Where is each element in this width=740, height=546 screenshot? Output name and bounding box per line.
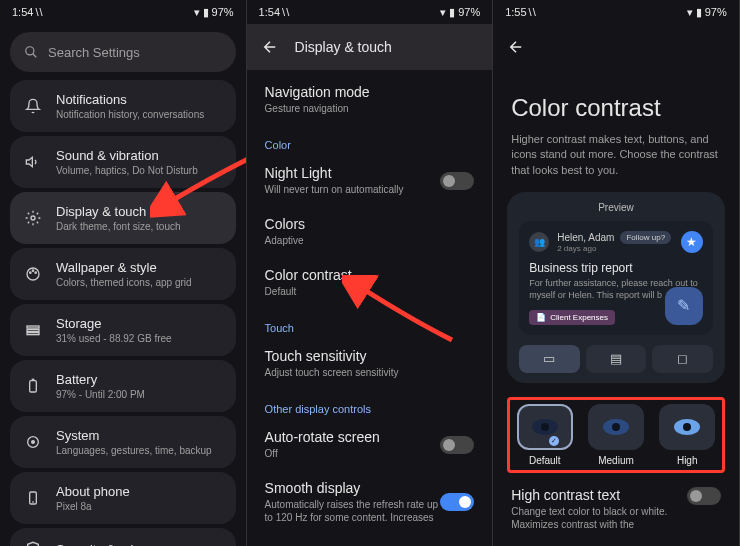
settings-item-notifications[interactable]: NotificationsNotification history, conve… [10,80,236,132]
wifi-icon: ▾ [440,6,446,19]
settings-root-panel: 1:54 \ \ ▾▮97% Search Settings Notificat… [0,0,247,546]
item-subtitle: 97% - Until 2:00 PM [56,389,222,400]
toggle[interactable] [440,436,474,454]
settings-item-security-privacy[interactable]: Security & privacy [10,528,236,546]
status-bar: 1:55 \ \ ▾▮97% [493,0,739,24]
setting-title: Auto-rotate screen [265,429,380,445]
battery-percent: 97% [458,6,480,18]
display-settings-list: Navigation modeGesture navigationColorNi… [247,70,493,538]
preview-content: 👥 Helen, Adam Follow up? 2 days ago ★ Bu… [519,221,713,334]
speaker-icon [24,153,42,171]
color-contrast-panel: 1:55 \ \ ▾▮97% Color contrast Higher con… [493,0,740,546]
contrast-box [588,404,644,450]
svg-rect-9 [27,333,39,335]
section-header: Color [265,125,475,155]
contrast-label: High [677,455,698,466]
bell-icon [24,97,42,115]
search-placeholder: Search Settings [48,45,140,60]
settings-item-sound-vibration[interactable]: Sound & vibrationVolume, haptics, Do Not… [10,136,236,188]
setting-night-light[interactable]: Night LightWill never turn on automatica… [265,155,475,206]
item-title: Security & privacy [56,542,222,547]
contrast-label: Default [529,455,561,466]
setting-touch-sensitivity[interactable]: Touch sensitivityAdjust touch screen sen… [265,338,475,389]
shield-icon [24,540,42,546]
preview-time: 2 days ago [557,244,673,253]
setting-title: Touch sensitivity [265,348,399,364]
contrast-option-default[interactable]: ✓Default [514,404,575,466]
eye-icon [531,418,559,436]
contrast-label: Medium [598,455,634,466]
item-title: Storage [56,316,222,331]
settings-item-about-phone[interactable]: About phonePixel 8a [10,472,236,524]
battery-percent: 97% [705,6,727,18]
preview-report-title: Business trip report [529,261,703,275]
contrast-box: ✓ [517,404,573,450]
setting-title: Smooth display [265,480,441,496]
item-title: System [56,428,222,443]
avatar: 👥 [529,232,549,252]
hc-desc: Change text color to black or white. Max… [511,505,677,531]
preview-card: Preview 👥 Helen, Adam Follow up? 2 days … [507,192,725,382]
system-icon [24,433,42,451]
setting-smooth-display[interactable]: Smooth displayAutomatically raises the r… [265,470,475,534]
svg-point-0 [26,47,34,55]
preview-label: Preview [519,202,713,213]
contrast-option-medium[interactable]: Medium [585,404,646,466]
settings-item-display-touch[interactable]: Display & touchDark theme, font size, to… [10,192,236,244]
contrast-option-high[interactable]: High [657,404,718,466]
setting-desc: Default [265,285,352,298]
setting-desc: Will never turn on automatically [265,183,404,196]
setting-desc: Off [265,447,380,460]
page-header [493,24,739,70]
storage-icon [24,321,42,339]
setting-title: Color contrast [265,267,352,283]
svg-line-1 [33,54,37,58]
svg-point-21 [612,423,620,431]
status-right: ▾▮97% [194,6,234,19]
item-subtitle: Notification history, conversations [56,109,222,120]
high-contrast-text-item[interactable]: High contrast text Change text color to … [493,473,739,531]
svg-rect-10 [30,381,37,392]
display-touch-panel: 1:54 \ \ ▾▮97% Display & touch Navigatio… [247,0,494,546]
page-title: Color contrast [493,70,739,132]
palette-icon [24,265,42,283]
status-bar: 1:54 \ \ ▾▮97% [0,0,246,24]
back-icon[interactable] [261,38,279,56]
item-title: Wallpaper & style [56,260,222,275]
expense-chip: 📄 Client Expenses [529,310,615,325]
hc-toggle[interactable] [687,487,721,505]
eye-icon [673,418,701,436]
setting-auto-rotate-screen[interactable]: Auto-rotate screenOff [265,419,475,470]
svg-point-2 [31,216,35,220]
search-icon [24,45,38,59]
settings-item-storage[interactable]: Storage31% used - 88.92 GB free [10,304,236,356]
battery-icon: ▮ [696,6,702,19]
tab-display-icon: ▭ [519,345,580,373]
status-time: 1:55 [505,6,526,18]
page-header: Display & touch [247,24,493,70]
settings-item-wallpaper-style[interactable]: Wallpaper & styleColors, themed icons, a… [10,248,236,300]
back-icon[interactable] [507,38,525,56]
settings-item-system[interactable]: SystemLanguages, gestures, time, backup [10,416,236,468]
search-input[interactable]: Search Settings [10,32,236,72]
toggle[interactable] [440,493,474,511]
contrast-box [659,404,715,450]
setting-colors[interactable]: ColorsAdaptive [265,206,475,257]
item-subtitle: 31% used - 88.92 GB free [56,333,222,344]
svg-rect-7 [27,326,39,328]
page-description: Higher contrast makes text, buttons, and… [493,132,739,192]
setting-color-contrast[interactable]: Color contrastDefault [265,257,475,308]
setting-desc: Gesture navigation [265,102,370,115]
item-title: About phone [56,484,222,499]
settings-item-battery[interactable]: Battery97% - Until 2:00 PM [10,360,236,412]
item-subtitle: Dark theme, font size, touch [56,221,222,232]
setting-navigation-mode[interactable]: Navigation modeGesture navigation [265,74,475,125]
item-subtitle: Pixel 8a [56,501,222,512]
setting-desc: Adjust touch screen sensitivity [265,366,399,379]
toggle[interactable] [440,172,474,190]
svg-point-13 [32,441,35,444]
battery-icon: ▮ [203,6,209,19]
svg-rect-8 [27,329,39,331]
item-subtitle: Languages, gestures, time, backup [56,445,222,456]
contrast-options: ✓DefaultMediumHigh [507,397,725,473]
